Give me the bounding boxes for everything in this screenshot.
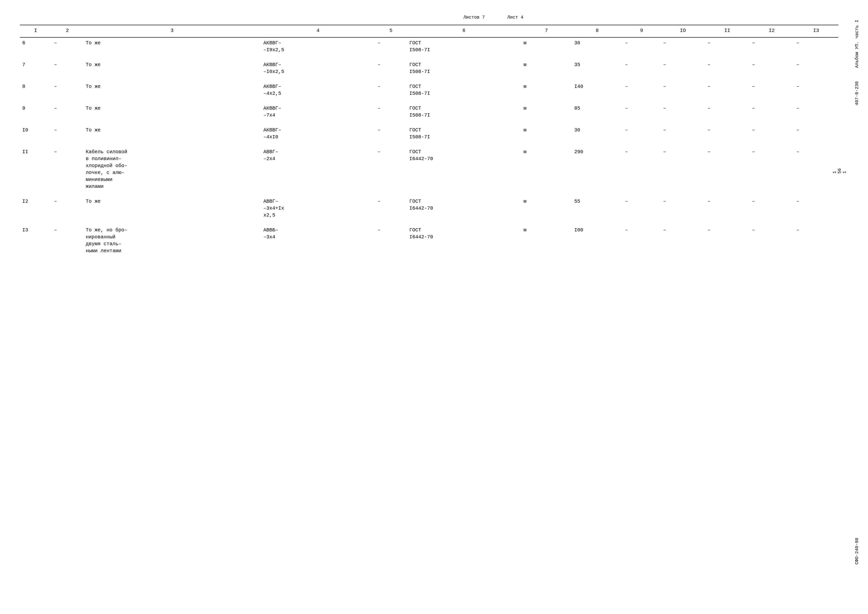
col-header-3: 3 [83, 25, 261, 37]
cell-8-6: ГОСТ I6442-70 [407, 225, 521, 256]
cell-8-8: I00 [572, 225, 623, 256]
cell-2-10: – [661, 59, 705, 77]
table-row: 6–То жеАКВВГ– –I9х2,5–ГОСТ I508-7Iм30–––… [20, 37, 838, 56]
cell-2-6: ГОСТ I508-7I [407, 59, 521, 77]
cell-4-6: ГОСТ I508-7I [407, 103, 521, 121]
cell-2-3: То же [83, 59, 261, 77]
cell-6-7: м [521, 147, 572, 192]
cell-7-5: – [375, 196, 407, 221]
col-header-7: 7 [521, 25, 572, 37]
cell-2-13: – [794, 59, 838, 77]
col-header-10: IO [661, 25, 705, 37]
list-label: Лист 4 [507, 15, 523, 20]
cell-4-12: – [749, 103, 794, 121]
cell-6-6: ГОСТ I6442-70 [407, 147, 521, 192]
spacer-row [20, 77, 838, 81]
col-header-13: I3 [794, 25, 838, 37]
cell-1-4: АКВВГ– –I9х2,5 [261, 37, 375, 56]
cell-1-8: 30 [572, 37, 623, 56]
cell-8-10: – [661, 225, 705, 256]
cell-3-3: То же [83, 81, 261, 99]
table-row: I2–То жеАВВГ– –3х4+Iх х2,5–ГОСТ I6442-70… [20, 196, 838, 221]
table-row: II–Кабель силовой в поливинил– хлоридной… [20, 147, 838, 192]
cell-7-13: – [794, 196, 838, 221]
cell-3-9: – [623, 81, 661, 99]
cell-4-4: АКВВГ– –7х4 [261, 103, 375, 121]
cell-2-1: 7 [20, 59, 51, 77]
column-headers: I 2 3 4 5 6 7 8 9 IO II I2 I3 [20, 25, 838, 37]
cell-5-1: I0 [20, 125, 51, 143]
cell-5-8: 30 [572, 125, 623, 143]
cell-6-4: АВВГ– –2х4 [261, 147, 375, 192]
col-header-6: 6 [407, 25, 521, 37]
cell-3-1: 8 [20, 81, 51, 99]
cell-3-2: – [51, 81, 83, 99]
cell-2-12: – [749, 59, 794, 77]
side-text-bottom-right: СФО-240-08 [853, 538, 860, 564]
cell-7-3: То же [83, 196, 261, 221]
cell-5-11: – [705, 125, 749, 143]
table-row: I3–То же, но бро– нированный двумя сталь… [20, 225, 838, 256]
col-header-11: II [705, 25, 749, 37]
cell-4-9: – [623, 103, 661, 121]
cell-1-11: – [705, 37, 749, 56]
spacer-row [20, 99, 838, 103]
col-header-4: 4 [261, 25, 375, 37]
cell-2-9: – [623, 59, 661, 77]
cell-7-2: – [51, 196, 83, 221]
cell-2-8: 35 [572, 59, 623, 77]
cell-5-13: – [794, 125, 838, 143]
spacer-row [20, 121, 838, 125]
cell-6-1: II [20, 147, 51, 192]
cell-3-4: АКВВГ– –4х2,5 [261, 81, 375, 99]
cell-8-1: I3 [20, 225, 51, 256]
cell-8-3: То же, но бро– нированный двумя сталь– н… [83, 225, 261, 256]
cell-4-13: – [794, 103, 838, 121]
col-header-5: 5 [375, 25, 407, 37]
cell-7-7: м [521, 196, 572, 221]
table-row: 8–То жеАКВВГ– –4х2,5–ГОСТ I508-7IмI40–––… [20, 81, 838, 99]
cell-1-10: – [661, 37, 705, 56]
cell-5-6: ГОСТ I508-7I [407, 125, 521, 143]
header-info: Листов 7 Лист 4 [168, 15, 838, 20]
cell-8-9: – [623, 225, 661, 256]
cell-5-9: – [623, 125, 661, 143]
cell-1-7: м [521, 37, 572, 56]
cell-3-8: I40 [572, 81, 623, 99]
col-header-8: 8 [572, 25, 623, 37]
cell-1-12: – [749, 37, 794, 56]
cell-5-5: – [375, 125, 407, 143]
cell-6-13: – [794, 147, 838, 192]
cell-7-12: – [749, 196, 794, 221]
spacer-row [20, 192, 838, 196]
cell-7-4: АВВГ– –3х4+Iх х2,5 [261, 196, 375, 221]
side-line1: 407-8-230 [854, 81, 859, 105]
cell-5-12: – [749, 125, 794, 143]
table-row: 7–То жеАКВВГ– –I0х2,5–ГОСТ I508-7Iм35–––… [20, 59, 838, 77]
cell-3-12: – [749, 81, 794, 99]
cell-8-12: – [749, 225, 794, 256]
cell-5-2: – [51, 125, 83, 143]
col-header-9: 9 [623, 25, 661, 37]
cell-3-6: ГОСТ I508-7I [407, 81, 521, 99]
cell-6-11: – [705, 147, 749, 192]
side-bottom-text: СФО-240-08 [854, 538, 859, 564]
cell-1-1: 6 [20, 37, 51, 56]
cell-6-9: – [623, 147, 661, 192]
spacer-row [20, 221, 838, 225]
cell-4-10: – [661, 103, 705, 121]
col-header-12: I2 [749, 25, 794, 37]
cell-3-5: – [375, 81, 407, 99]
cell-1-13: – [794, 37, 838, 56]
cell-8-7: м [521, 225, 572, 256]
cell-2-11: – [705, 59, 749, 77]
cell-4-1: 9 [20, 103, 51, 121]
side-line2: Альбом УП. часть I [854, 20, 859, 68]
cell-3-11: – [705, 81, 749, 99]
cell-1-2: – [51, 37, 83, 56]
side-text-top-right: 407-8-230 Альбом УП. часть I [853, 20, 860, 105]
cell-1-9: – [623, 37, 661, 56]
col-header-2: 2 [51, 25, 83, 37]
cell-3-13: – [794, 81, 838, 99]
table-row: I0–То жеАКВВГ– –4хI0–ГОСТ I508-7Iм30––––… [20, 125, 838, 143]
